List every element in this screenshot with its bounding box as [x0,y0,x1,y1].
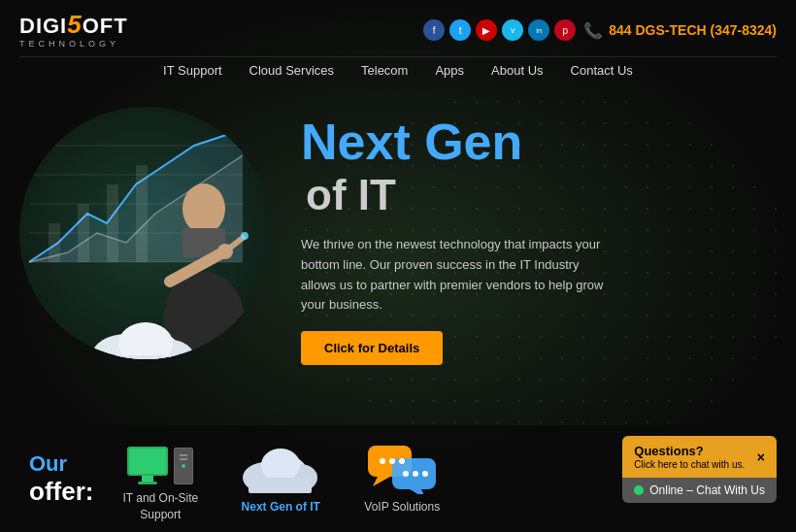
chat-online-bar[interactable]: Online – Chat With Us [622,478,777,503]
social-icons: f t ▶ v in p [423,19,576,41]
chat-widget: Questions? Click here to chat with us. ×… [622,436,777,503]
hero-cloud-icon [83,307,209,359]
offer-item-voip-label: VoIP Solutions [364,499,440,515]
phone-number[interactable]: 📞 844 DGS-TECH (347-8324) [583,21,777,40]
svg-rect-10 [136,165,148,262]
nav-contact-us[interactable]: Contact Us [571,61,633,80]
monitor-base [138,482,157,484]
offer-item-voip: VoIP Solutions [363,443,441,515]
offer-text: offer: [29,477,93,507]
svg-point-17 [241,232,249,240]
nav-about-us[interactable]: About Us [491,61,543,80]
youtube-icon[interactable]: ▶ [476,19,497,41]
offer-item-it-label: IT and On-SiteSupport [122,490,198,523]
svg-rect-8 [78,204,89,262]
linkedin-icon[interactable]: in [528,19,549,41]
logo-brand: DIGI5OFT [19,12,128,37]
svg-point-36 [413,471,418,477]
svg-rect-22 [102,355,189,359]
hero-section: Next Gen of IT We thrive on the newest t… [0,87,796,388]
nav-cloud-services[interactable]: Cloud Services [249,61,334,80]
hero-title-line1: Next Gen [301,116,767,167]
hero-cta-button[interactable]: Click for Details [301,331,443,365]
social-phone-row: f t ▶ v in p 📞 844 DGS-TECH (347-8324) [423,19,777,41]
offer-items: IT and On-SiteSupport Next Gen of IT [122,434,441,523]
svg-point-37 [422,471,428,477]
svg-point-12 [182,183,225,234]
chat-question-content: Questions? Click here to chat with us. [634,444,745,470]
tower-slot1 [180,454,187,456]
header: DIGI5OFT TECHNOLOGY f t ▶ v in p 📞 844 D… [0,0,796,56]
it-support-icon [127,434,193,484]
monitor-group [127,447,168,484]
nav-it-support[interactable]: IT Support [163,61,221,80]
tower-group [174,448,193,484]
main-nav: IT Support Cloud Services Telecom Apps A… [19,56,777,87]
hero-description: We thrive on the newest technology that … [301,235,612,316]
online-status-dot [634,485,644,495]
offer-label: Our offer: [29,451,93,507]
monitor-screen [127,447,168,476]
chat-sub-label: Click here to chat with us. [634,459,745,470]
logo-tagline: TECHNOLOGY [19,39,128,49]
twitter-icon[interactable]: t [449,19,471,41]
nav-telecom[interactable]: Telecom [361,61,408,80]
offer-our-text: Our [29,451,93,477]
svg-point-35 [403,471,409,477]
svg-point-26 [261,449,300,482]
svg-marker-29 [373,477,390,486]
nav-apps[interactable]: Apps [435,61,464,80]
svg-marker-31 [410,489,426,494]
offer-item-next-gen: Next Gen of IT [237,443,324,515]
svg-rect-7 [49,223,60,262]
hero-title-line2: of IT [306,171,767,219]
svg-rect-27 [249,478,312,493]
chat-question-box[interactable]: Questions? Click here to chat with us. × [622,436,777,478]
phone-icon: 📞 [583,21,603,40]
vimeo-icon[interactable]: v [502,19,523,41]
hero-image-circle [19,107,272,359]
header-right: f t ▶ v in p 📞 844 DGS-TECH (347-8324) [423,19,777,41]
logo: DIGI5OFT TECHNOLOGY [19,12,128,49]
svg-point-34 [399,458,405,464]
tower-slot2 [180,458,187,460]
svg-point-32 [380,458,385,464]
facebook-icon[interactable]: f [423,19,445,41]
offer-item-it-support: IT and On-SiteSupport [122,434,198,523]
voip-icon [363,443,441,493]
offer-item-next-gen-label: Next Gen of IT [242,499,320,515]
svg-point-33 [389,458,395,464]
logo-digi: DIGI [19,14,67,38]
tower-body [174,448,193,484]
hero-text: Next Gen of IT We thrive on the newest t… [272,97,767,365]
logo-soft: OFT [83,14,128,38]
pinterest-icon[interactable]: p [554,19,576,41]
chat-online-label: Online – Chat With Us [649,483,765,497]
tower-led [182,464,185,468]
svg-point-21 [118,322,173,359]
logo-five: 5 [67,10,82,39]
svg-rect-9 [107,184,118,262]
chat-questions-label: Questions? [634,444,745,458]
phone-text: 844 DGS-TECH (347-8324) [609,22,777,38]
chat-close-button[interactable]: × [757,449,765,465]
cloud-icon [237,443,324,493]
